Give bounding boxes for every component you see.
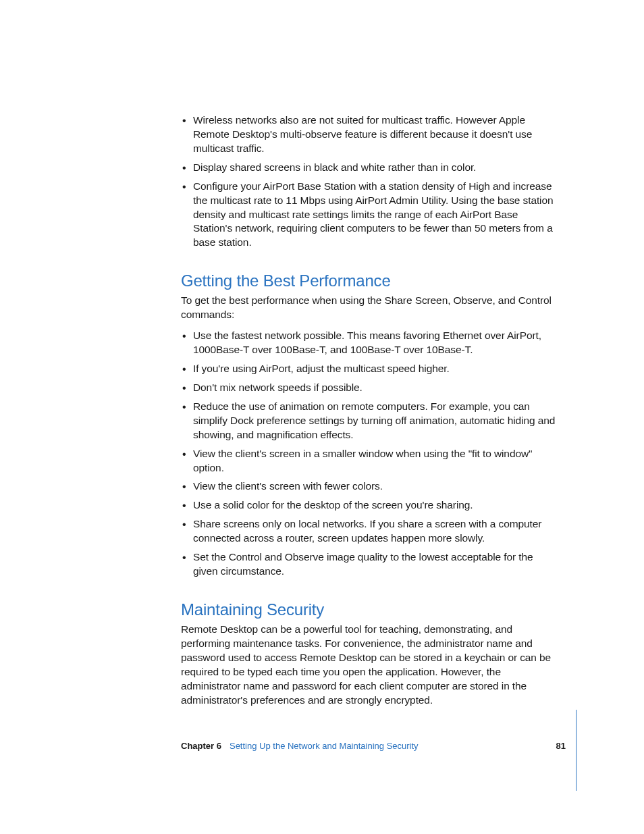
- list-item: Use the fastest network possible. This m…: [181, 329, 559, 357]
- chapter-label: Chapter 6: [181, 741, 221, 751]
- section-heading-security: Maintaining Security: [181, 600, 559, 619]
- section-intro: To get the best performance when using t…: [181, 294, 559, 322]
- section-heading-performance: Getting the Best Performance: [181, 271, 559, 290]
- list-item: Set the Control and Observe image qualit…: [181, 550, 559, 579]
- top-bullet-list: Wireless networks also are not suited fo…: [181, 113, 559, 250]
- list-item: Configure your AirPort Base Station with…: [181, 180, 559, 251]
- list-item: Don't mix network speeds if possible.: [181, 381, 559, 395]
- footer-left: Chapter 6 Setting Up the Network and Mai…: [181, 741, 419, 751]
- chapter-title: Setting Up the Network and Maintaining S…: [230, 741, 419, 751]
- page-number: 81: [556, 741, 566, 751]
- list-item: View the client's screen in a smaller wi…: [181, 447, 559, 475]
- list-item: If you're using AirPort, adjust the mult…: [181, 362, 559, 376]
- list-item: Display shared screens in black and whit…: [181, 161, 559, 175]
- vertical-rule: [576, 710, 576, 791]
- list-item: Reduce the use of animation on remote co…: [181, 400, 559, 442]
- list-item: Use a solid color for the desktop of the…: [181, 498, 559, 513]
- page-content: Wireless networks also are not suited fo…: [181, 113, 559, 714]
- page-footer: Chapter 6 Setting Up the Network and Mai…: [181, 741, 566, 751]
- list-item: Share screens only on local networks. If…: [181, 517, 559, 546]
- list-item: View the client's screen with fewer colo…: [181, 479, 559, 494]
- list-item: Wireless networks also are not suited fo…: [181, 113, 559, 156]
- section-intro: Remote Desktop can be a powerful tool fo…: [181, 623, 559, 708]
- performance-bullet-list: Use the fastest network possible. This m…: [181, 329, 559, 579]
